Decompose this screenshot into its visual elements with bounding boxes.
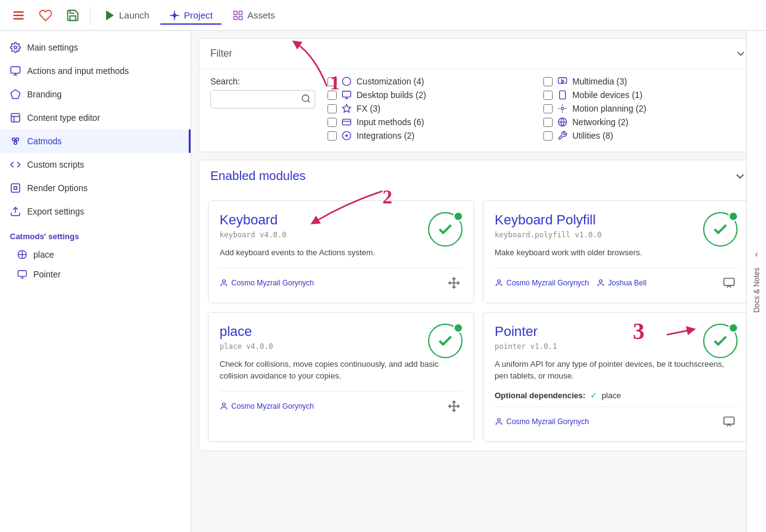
module-keyboard-version: keyboard v4.0.0 bbox=[220, 231, 286, 239]
search-button[interactable] bbox=[297, 91, 315, 108]
svg-point-55 bbox=[223, 279, 226, 282]
filter-checkbox-integrations[interactable] bbox=[327, 131, 337, 141]
move-icon-2 bbox=[448, 400, 460, 412]
dep-check-icon: ✓ bbox=[590, 391, 597, 400]
filter-header[interactable]: Filter bbox=[199, 39, 758, 68]
catmods-icon bbox=[10, 136, 21, 147]
enabled-modules-title: Enabled modules bbox=[210, 169, 306, 183]
author-icon-4 bbox=[220, 402, 228, 411]
opt-deps-label: Optional dependencies: bbox=[495, 391, 585, 400]
module-pointer-name: Pointer bbox=[495, 324, 557, 340]
filter-checkbox-fx[interactable] bbox=[327, 104, 337, 113]
check-icon bbox=[437, 221, 454, 238]
module-place-action-btn[interactable] bbox=[445, 398, 463, 415]
diamond-icon bbox=[10, 89, 21, 100]
module-pointer-action-btn[interactable] bbox=[720, 413, 738, 430]
svg-marker-3 bbox=[107, 11, 113, 20]
filter-item-motion-planning[interactable]: Motion planning (2) bbox=[543, 104, 747, 113]
module-polyfill-author-name-2: Joshua Bell bbox=[608, 279, 646, 287]
module-keyboard-enabled-badge[interactable] bbox=[428, 212, 463, 247]
filter-checkbox-mobile-devices[interactable] bbox=[543, 91, 553, 100]
sidebar-sub-item-pointer[interactable]: Pointer bbox=[0, 264, 191, 284]
module-keyboard-action-btn[interactable] bbox=[445, 274, 463, 292]
tab-project[interactable]: Project bbox=[160, 6, 221, 25]
tab-assets[interactable]: Assets bbox=[224, 6, 284, 25]
tab-assets-label: Assets bbox=[247, 10, 275, 20]
filter-checkbox-desktop-builds[interactable] bbox=[327, 91, 337, 100]
docs-notes-label[interactable]: Docs & Notes bbox=[750, 263, 764, 317]
svg-text:3: 3 bbox=[633, 318, 645, 344]
module-pointer-enabled-badge[interactable] bbox=[703, 324, 738, 358]
check-icon-4 bbox=[712, 332, 729, 350]
author-icon-2 bbox=[495, 279, 503, 287]
sidebar-item-custom-scripts[interactable]: Custom scripts bbox=[0, 153, 191, 176]
sidebar-item-branding[interactable]: Branding bbox=[0, 83, 191, 106]
filter-checkbox-input-methods[interactable] bbox=[327, 118, 337, 127]
sidebar-item-main-settings[interactable]: Main settings bbox=[0, 36, 191, 59]
filter-item-mobile-devices[interactable]: Mobile devices (1) bbox=[543, 90, 747, 100]
filter-checkbox-multimedia[interactable] bbox=[543, 77, 553, 86]
module-polyfill-name: Keyboard Polyfill bbox=[495, 212, 601, 228]
sidebar-item-actions-label: Actions and input methods bbox=[27, 66, 129, 76]
utilities-icon bbox=[558, 131, 567, 141]
sidebar-item-catmods[interactable]: Catmods bbox=[0, 129, 191, 153]
check-icon-2 bbox=[712, 221, 729, 238]
search-input[interactable] bbox=[211, 91, 297, 108]
module-keyboard-info: Keyboard keyboard v4.0.0 bbox=[220, 212, 286, 245]
svg-point-35 bbox=[342, 77, 350, 85]
save-icon-button[interactable] bbox=[60, 3, 85, 28]
dep-place-name: place bbox=[602, 391, 621, 400]
filter-item-desktop-builds[interactable]: Desktop builds (2) bbox=[327, 90, 531, 100]
module-polyfill-footer: Cosmo Myzrail Gorynych Joshua Bell bbox=[495, 268, 738, 292]
svg-point-48 bbox=[561, 107, 564, 110]
filter-item-input-methods[interactable]: Input methods (6) bbox=[327, 117, 531, 127]
filter-checkbox-utilities[interactable] bbox=[543, 131, 553, 141]
module-polyfill-action-btn[interactable] bbox=[720, 274, 738, 292]
sidebar-item-actions-input[interactable]: Actions and input methods bbox=[0, 59, 191, 83]
author-icon-3 bbox=[596, 279, 605, 287]
sidebar-item-export-settings[interactable]: Export settings bbox=[0, 200, 191, 223]
docs-notes-text: Docs & Notes bbox=[752, 268, 761, 313]
svg-rect-39 bbox=[342, 119, 350, 125]
svg-line-23 bbox=[15, 141, 17, 142]
filter-item-networking[interactable]: Networking (2) bbox=[543, 117, 747, 127]
filter-label-desktop-builds: Desktop builds (2) bbox=[356, 90, 426, 100]
module-place-enabled-badge[interactable] bbox=[428, 324, 463, 358]
topbar: Launch Project Assets bbox=[0, 0, 766, 31]
module-card-pointer: Pointer pointer v1.0.1 3 bbox=[483, 312, 749, 442]
filter-label-mobile-devices: Mobile devices (1) bbox=[572, 90, 643, 100]
docs-panel-toggle[interactable]: ‹ bbox=[751, 245, 762, 263]
svg-rect-12 bbox=[11, 67, 20, 73]
module-keyboard-name: Keyboard bbox=[220, 212, 286, 228]
filter-item-integrations[interactable]: Integrations (2) bbox=[327, 131, 531, 141]
filter-item-utilities[interactable]: Utilities (8) bbox=[543, 131, 747, 141]
sidebar-sub-item-pointer-label: Pointer bbox=[33, 269, 60, 279]
module-place-desc: Check for collisions, move copies contin… bbox=[220, 358, 463, 382]
filter-checkbox-networking[interactable] bbox=[543, 118, 553, 127]
filter-checkbox-customization[interactable] bbox=[327, 77, 337, 86]
fx-icon bbox=[342, 104, 352, 113]
filter-item-customization[interactable]: Customization (4) bbox=[327, 76, 531, 86]
svg-rect-16 bbox=[11, 113, 20, 122]
tab-launch-label: Launch bbox=[119, 10, 149, 20]
tab-launch[interactable]: Launch bbox=[96, 6, 158, 25]
hamburger-menu-button[interactable] bbox=[6, 3, 31, 28]
check-icon-3 bbox=[437, 332, 454, 350]
filter-checkbox-motion-planning[interactable] bbox=[543, 104, 553, 113]
sidebar-sub-item-place[interactable]: place bbox=[0, 245, 191, 264]
svg-point-19 bbox=[12, 138, 15, 141]
sidebar-item-content-type-editor[interactable]: Content type editor bbox=[0, 106, 191, 129]
module-polyfill-enabled-badge[interactable] bbox=[703, 212, 738, 247]
filter-item-fx[interactable]: FX (3) bbox=[327, 104, 531, 113]
filter-section: Filter Search: bbox=[199, 38, 759, 152]
heart-icon-button[interactable] bbox=[33, 3, 58, 28]
module-card-keyboard: Keyboard keyboard v4.0.0 Add keyboard ev… bbox=[208, 200, 474, 303]
filter-col-1: Customization (4) Desktop builds (2) FX … bbox=[327, 76, 531, 141]
enabled-modules-header[interactable]: Enabled modules bbox=[199, 160, 758, 192]
sidebar-item-render-options[interactable]: Render Options bbox=[0, 176, 191, 200]
tab-project-label: Project bbox=[184, 10, 213, 20]
filter-item-multimedia[interactable]: Multimedia (3) bbox=[543, 76, 747, 86]
search-label: Search: bbox=[210, 76, 315, 86]
svg-line-34 bbox=[308, 100, 310, 102]
module-keyboard-author-1: Cosmo Myzrail Gorynych bbox=[220, 279, 314, 287]
